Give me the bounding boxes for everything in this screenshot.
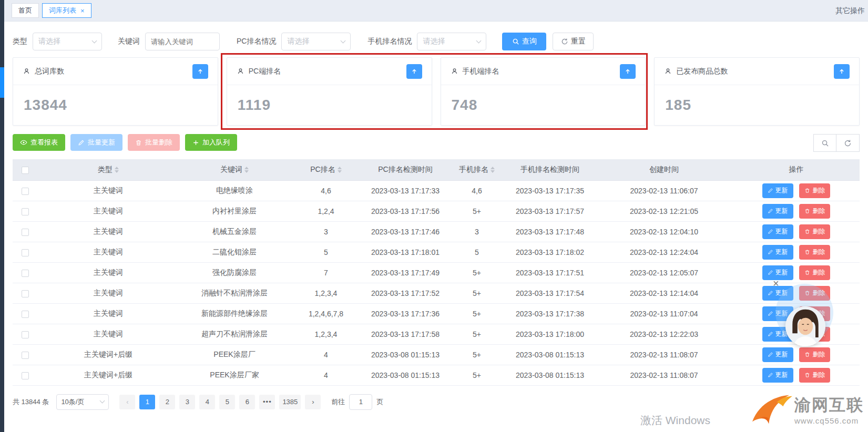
user-icon [451,67,458,75]
edit-icon [768,352,773,357]
table-row[interactable]: 主关键词 二硫化钼涂层 5 2023-03-13 17:18:01 5 2023… [13,242,860,262]
page-ellipsis[interactable]: ••• [259,395,275,409]
column-header-type[interactable]: 类型 [38,159,179,180]
card-collapse-button[interactable] [620,64,636,79]
row-delete-button[interactable]: 删除 [799,245,830,260]
row-update-button[interactable]: 更新 [762,368,793,383]
sort-icon[interactable] [244,167,249,173]
table-refresh-button[interactable] [836,134,860,152]
row-checkbox[interactable] [22,331,29,338]
row-delete-button[interactable]: 删除 [799,183,830,198]
row-checkbox[interactable] [22,311,29,318]
edit-icon [78,139,85,146]
page-button-2[interactable]: 2 [159,395,175,409]
row-delete-button[interactable]: 删除 [799,204,830,219]
card-total-words: 总词库数 13844 [13,57,218,126]
page-button-6[interactable]: 6 [239,395,255,409]
row-checkbox[interactable] [22,229,29,236]
select-all-checkbox[interactable] [22,167,29,174]
view-report-button[interactable]: 查看报表 [13,134,65,151]
cell-mobile-rank: 5+ [449,283,505,303]
card-value: 185 [655,85,859,114]
row-checkbox[interactable] [22,188,29,195]
table-row[interactable]: 主关键词 强化防腐涂层 7 2023-03-13 17:17:49 5+ 202… [13,262,860,283]
other-operations-label: 其它操作 [835,6,865,16]
table-row[interactable]: 主关键词 消融针不粘润滑涂层 1,2,3,4 2023-03-13 17:17:… [13,283,860,303]
tab-close-icon[interactable]: × [80,7,85,14]
service-avatar[interactable] [785,306,825,346]
cell-pc-time: 2023-03-13 17:17:56 [362,201,449,221]
cell-pc-rank: 1,2,4,6,7,8 [290,303,362,324]
cell-mobile-time: 2023-03-13 17:17:38 [505,303,595,324]
row-checkbox[interactable] [22,290,29,297]
page-button-1[interactable]: 1 [139,395,155,409]
mobile-rank-select[interactable]: 请选择 [417,33,486,50]
pc-rank-select[interactable]: 请选择 [281,33,351,50]
row-checkbox[interactable] [22,270,29,277]
card-collapse-button[interactable] [834,64,850,79]
sort-icon[interactable] [338,167,342,173]
card-published-products: 已发布商品总数 185 [654,57,860,126]
page-button-5[interactable]: 5 [219,395,235,409]
other-operations-menu[interactable]: 其它操作 [835,0,865,22]
table-row[interactable]: 主关键词+后缀 PEEK涂层厂 4 2023-03-08 01:15:13 5+… [13,344,860,365]
sort-icon[interactable] [491,167,495,173]
row-update-button[interactable]: 更新 [762,245,793,260]
table-row[interactable]: 主关键词 机械五金涂层 3 2023-03-13 17:17:46 3 2023… [13,221,860,242]
tab-wordlist[interactable]: 词库列表 × [42,3,91,18]
row-delete-button[interactable]: 删除 [799,368,830,383]
type-select[interactable]: 请选择 [33,33,102,50]
sidebar-active-indicator [0,67,4,98]
table-row[interactable]: 主关键词 电绝缘喷涂 4,6 2023-03-13 17:17:33 4,6 2… [13,180,860,201]
cell-pc-rank: 1,2,4 [290,201,362,221]
card-title: 已发布商品总数 [676,67,834,76]
brand-url: www.cq556.com [794,416,864,425]
sort-icon[interactable] [115,167,119,173]
query-button[interactable]: 查询 [502,33,546,50]
cell-keyword: 新能源部件绝缘涂层 [179,303,290,324]
column-header-keyword[interactable]: 关键词 [179,159,290,180]
row-update-button[interactable]: 更新 [762,224,793,239]
table-row[interactable]: 主关键词 超声刀不粘润滑涂层 1,2,3,4 2023-03-13 17:17:… [13,324,860,344]
refresh-icon [844,139,852,147]
page-size-select[interactable]: 10条/页 [56,394,109,410]
pc-rank-select-placeholder: 请选择 [287,37,309,46]
user-icon [237,67,244,75]
row-checkbox[interactable] [22,249,29,256]
card-collapse-button[interactable] [406,64,422,79]
card-collapse-button[interactable] [192,64,208,79]
row-delete-button[interactable]: 删除 [799,224,830,239]
reset-button[interactable]: 重置 [553,33,594,50]
prev-page-button[interactable]: ‹ [119,395,135,409]
table-row[interactable]: 主关键词 新能源部件绝缘涂层 1,2,4,6,7,8 2023-03-13 17… [13,303,860,324]
batch-delete-button[interactable]: 批量删除 [128,134,180,151]
row-checkbox[interactable] [22,352,29,359]
row-update-button[interactable]: 更新 [762,204,793,219]
goto-page-input[interactable] [349,394,372,410]
page-button-4[interactable]: 4 [199,395,215,409]
page-button-1385[interactable]: 1385 [279,395,301,409]
join-queue-button[interactable]: 加入队列 [185,134,237,151]
table-row[interactable]: 主关键词 内衬衬里涂层 1,2,4 2023-03-13 17:17:56 5+… [13,201,860,221]
table-row[interactable]: 主关键词+后缀 PEEK涂层厂家 4 2023-03-08 01:15:13 5… [13,365,860,385]
batch-update-button[interactable]: 批量更新 [70,134,122,151]
row-update-button[interactable]: 更新 [762,183,793,198]
page-button-3[interactable]: 3 [179,395,195,409]
chevron-down-icon [476,38,482,43]
row-delete-button[interactable]: 删除 [799,286,830,301]
column-header-mobile-rank[interactable]: 手机排名 [449,159,505,180]
column-header-pc-rank[interactable]: PC排名 [290,159,362,180]
table-search-toggle[interactable] [813,134,836,152]
tab-home[interactable]: 首页 [12,3,39,18]
row-delete-button[interactable]: 删除 [799,347,830,362]
row-checkbox[interactable] [22,372,29,379]
goto-label: 前往 [331,397,345,407]
row-update-button[interactable]: 更新 [762,347,793,362]
edit-icon [768,229,773,234]
row-checkbox[interactable] [22,208,29,215]
cell-type: 主关键词 [38,283,179,303]
row-delete-button[interactable]: 删除 [799,265,830,280]
widget-close-icon[interactable]: × [773,277,779,290]
next-page-button[interactable]: › [305,395,321,409]
keyword-input[interactable] [145,33,220,50]
